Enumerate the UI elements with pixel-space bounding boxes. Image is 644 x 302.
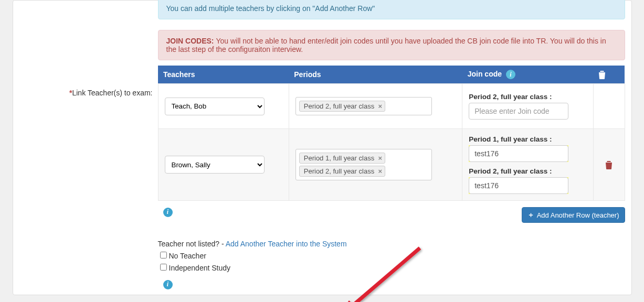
- col-header-teachers: Teachers: [158, 66, 289, 84]
- remove-tag-icon[interactable]: ×: [378, 102, 383, 110]
- info-icon[interactable]: i: [506, 70, 515, 79]
- join-code-input[interactable]: [469, 177, 568, 194]
- periods-field[interactable]: Period 2, full year class ×: [295, 97, 432, 115]
- remove-tag-icon[interactable]: ×: [378, 154, 383, 162]
- no-teacher-label: No Teacher: [169, 252, 206, 260]
- periods-field[interactable]: Period 1, full year class × Period 2, fu…: [295, 149, 432, 180]
- table-row: Teach, Bob Period 2, full year class ×: [158, 84, 625, 129]
- trash-icon: [605, 161, 613, 169]
- teacher-not-listed-text: Teacher not listed? -: [158, 240, 226, 248]
- period-tag[interactable]: Period 2, full year class ×: [299, 166, 385, 177]
- trash-icon: [598, 71, 606, 79]
- teacher-link-table: Teachers Periods Join code i: [158, 66, 625, 201]
- info-icon[interactable]: i: [163, 208, 173, 217]
- col-header-periods: Periods: [289, 66, 462, 84]
- link-teachers-label: Link Teacher(s) to exam:: [72, 89, 152, 97]
- plus-icon: ＋: [527, 210, 534, 220]
- join-code-label: Period 2, full year class :: [469, 167, 586, 175]
- teacher-select[interactable]: Brown, Sally: [165, 156, 265, 174]
- add-teacher-link[interactable]: Add Another Teacher into the System: [226, 240, 347, 248]
- delete-row-cell: [593, 84, 625, 129]
- col-header-delete: [593, 66, 625, 84]
- join-code-label: Period 2, full year class :: [469, 93, 586, 101]
- col-header-join-code: Join code i: [462, 66, 593, 84]
- info-icon[interactable]: i: [163, 280, 173, 289]
- teacher-select[interactable]: Teach, Bob: [165, 98, 265, 115]
- period-tag[interactable]: Period 1, full year class ×: [299, 153, 385, 164]
- remove-tag-icon[interactable]: ×: [378, 167, 383, 175]
- independent-study-checkbox[interactable]: [160, 264, 167, 271]
- delete-row-button[interactable]: [605, 160, 613, 169]
- no-teacher-checkbox[interactable]: [160, 252, 167, 258]
- independent-study-label: Independent Study: [169, 264, 231, 272]
- svg-marker-1: [333, 300, 357, 302]
- add-row-button[interactable]: ＋ Add Another Row (teacher): [522, 207, 625, 223]
- info-banner: You can add multiple teachers by clickin…: [158, 0, 625, 19]
- join-codes-warning: JOIN CODES: You will not be able to hand…: [158, 30, 625, 60]
- join-code-input[interactable]: [469, 145, 568, 162]
- join-code-label: Period 1, full year class :: [469, 135, 586, 143]
- period-tag[interactable]: Period 2, full year class ×: [299, 101, 385, 112]
- table-row: Brown, Sally Period 1, full year class ×: [158, 129, 625, 201]
- join-code-input[interactable]: [469, 103, 568, 120]
